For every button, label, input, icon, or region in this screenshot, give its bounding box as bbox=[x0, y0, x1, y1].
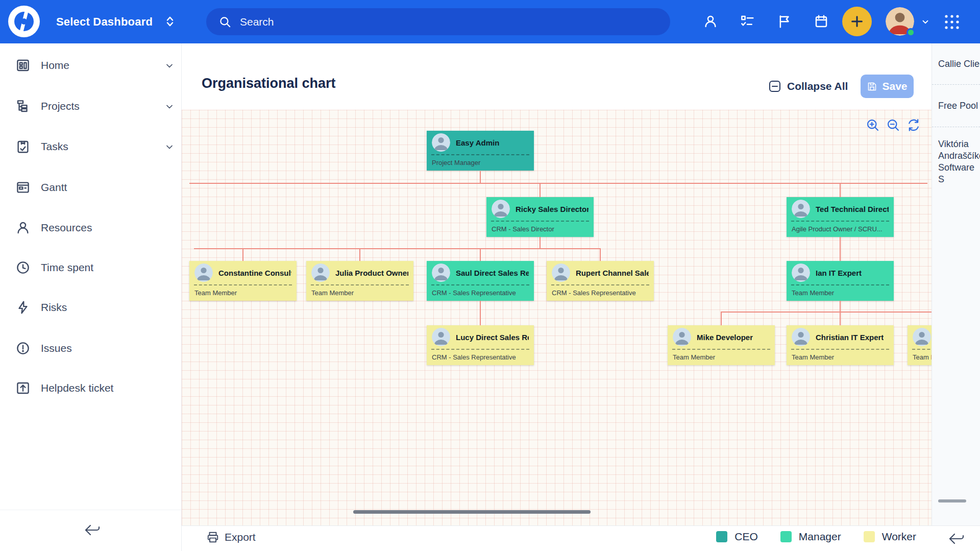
connector-line bbox=[840, 184, 841, 197]
sidebar-item-label: Time spent bbox=[41, 261, 93, 274]
apps-grid-icon[interactable] bbox=[943, 13, 961, 31]
sidebar-item-risks[interactable]: Risks bbox=[0, 296, 181, 319]
export-button[interactable]: Export bbox=[206, 531, 256, 544]
sidebar-item-time-spent[interactable]: Time spent bbox=[0, 256, 181, 279]
collapse-sidebar-icon[interactable] bbox=[82, 522, 102, 538]
horizontal-scrollbar[interactable] bbox=[353, 510, 591, 514]
legend-entry: Worker bbox=[864, 531, 916, 543]
member-name: Rupert Channel Sale... bbox=[576, 269, 649, 277]
sidebar-item-gantt[interactable]: Gantt bbox=[0, 176, 181, 199]
sidebar-item-label: Helpdesk ticket bbox=[41, 382, 113, 394]
user-avatar[interactable] bbox=[886, 7, 914, 36]
member-name: Ricky Sales Director bbox=[516, 205, 589, 213]
connector-line bbox=[189, 183, 927, 184]
org-node[interactable]: Ricky Sales DirectorCRM - Sales Director bbox=[486, 197, 594, 237]
org-node[interactable]: Mike DeveloperTeam Member bbox=[668, 325, 775, 365]
calendar-icon[interactable] bbox=[814, 14, 829, 29]
connector-line bbox=[480, 171, 481, 183]
risks-icon bbox=[15, 300, 31, 315]
connector-line bbox=[540, 237, 541, 249]
minus-square-icon bbox=[768, 80, 781, 93]
member-role: Team Member bbox=[189, 285, 297, 297]
connector-line bbox=[840, 313, 841, 325]
app-logo-icon[interactable] bbox=[8, 5, 40, 38]
zoom-out-icon[interactable] bbox=[886, 118, 900, 132]
connector-line bbox=[540, 184, 541, 197]
org-node[interactable]: Ian IT ExpertTeam Member bbox=[787, 261, 894, 301]
member-name: Ted Technical Director bbox=[816, 205, 889, 213]
legend-swatch bbox=[864, 531, 875, 542]
org-node[interactable]: Ted Technical DirectorAgile Product Owne… bbox=[787, 197, 894, 237]
panel-scrollbar[interactable] bbox=[938, 499, 966, 502]
connector-line bbox=[242, 249, 243, 261]
member-role: CRM - Sales Representative bbox=[547, 285, 654, 297]
legend: CEOManagerWorker bbox=[716, 531, 916, 543]
search-input[interactable] bbox=[239, 15, 598, 29]
org-node[interactable]: Easy AdminProject Manager bbox=[427, 131, 534, 171]
time-spent-icon bbox=[15, 260, 31, 275]
member-role: CRM - Sales Representative bbox=[427, 350, 534, 361]
member-name: Saul Direct Sales Rep bbox=[456, 269, 529, 277]
refresh-icon[interactable] bbox=[906, 118, 921, 132]
org-node[interactable]: Julia Product OwnerTeam Member bbox=[306, 261, 413, 301]
unfold-more-icon[interactable] bbox=[162, 14, 178, 29]
member-avatar bbox=[913, 328, 931, 346]
member-role: Agile Product Owner / SCRU... bbox=[787, 222, 894, 233]
dashboard-selector[interactable]: Select Dashboard bbox=[56, 0, 153, 43]
member-name: Easy Admin bbox=[456, 138, 499, 147]
sidebar-item-tasks[interactable]: Tasks bbox=[0, 135, 181, 158]
chevron-down-icon[interactable] bbox=[164, 61, 175, 71]
collapse-all-button[interactable]: Collapse All bbox=[768, 78, 848, 95]
org-node[interactable]: Constantine Consult...Team Member bbox=[189, 261, 297, 301]
member-avatar bbox=[792, 263, 810, 282]
sidebar-item-label: Issues bbox=[41, 342, 72, 354]
connector-line bbox=[480, 301, 481, 325]
sidebar-item-helpdesk-ticket[interactable]: Helpdesk ticket bbox=[0, 377, 181, 399]
chevron-down-icon[interactable] bbox=[164, 142, 175, 152]
connector-line bbox=[480, 249, 481, 261]
sidebar-item-home[interactable]: Home bbox=[0, 54, 181, 77]
connector-line bbox=[600, 249, 601, 261]
chevron-down-icon[interactable] bbox=[921, 17, 930, 27]
chevron-down-icon[interactable] bbox=[164, 102, 175, 112]
member-role: Team Member bbox=[306, 285, 413, 297]
helpdesk-icon bbox=[15, 380, 31, 396]
chart-footer: Export CEOManagerWorker bbox=[182, 525, 932, 551]
sidebar-item-resources[interactable]: Resources bbox=[0, 217, 181, 239]
member-avatar bbox=[673, 328, 691, 346]
org-node[interactable]: Rupert Channel Sale...CRM - Sales Repres… bbox=[547, 261, 654, 301]
zoom-in-icon[interactable] bbox=[866, 118, 880, 132]
save-icon bbox=[867, 81, 877, 92]
pool-resource-item[interactable]: Viktória Andraščíková Software S bbox=[932, 127, 980, 241]
sidebar-item-projects[interactable]: Projects bbox=[0, 95, 181, 117]
org-node[interactable]: Saul Direct Sales RepCRM - Sales Represe… bbox=[427, 261, 534, 301]
sidebar-item-label: Resources bbox=[41, 222, 92, 234]
pool-resource-item[interactable]: Callie Client bbox=[932, 43, 980, 85]
org-node[interactable]: Lucy Direct Sales RepCRM - Sales Represe… bbox=[427, 325, 534, 365]
checklist-icon[interactable] bbox=[740, 14, 755, 29]
save-button[interactable]: Save bbox=[861, 75, 914, 98]
legend-swatch bbox=[716, 531, 727, 542]
plus-icon bbox=[850, 14, 864, 29]
pool-resource-item[interactable]: Free Pool bbox=[932, 85, 980, 127]
org-canvas[interactable]: Easy AdminProject ManagerRicky Sales Dir… bbox=[182, 110, 932, 525]
legend-entry: CEO bbox=[716, 531, 758, 543]
resource-panel: Callie ClientFree PoolViktória Andraščík… bbox=[932, 43, 980, 525]
connector-line bbox=[840, 237, 841, 261]
export-label: Export bbox=[225, 531, 256, 543]
member-role: Team Member bbox=[908, 350, 932, 361]
collapse-panel-icon[interactable] bbox=[946, 531, 966, 546]
org-node[interactable]: Team Member bbox=[908, 325, 932, 365]
sidebar-footer bbox=[0, 510, 182, 551]
flag-icon[interactable] bbox=[777, 14, 792, 29]
org-node[interactable]: Christian IT ExpertTeam Member bbox=[787, 325, 894, 365]
home-icon bbox=[15, 58, 31, 73]
search-bar[interactable] bbox=[206, 8, 670, 35]
user-icon[interactable] bbox=[703, 14, 718, 29]
sidebar-item-label: Risks bbox=[41, 301, 67, 314]
add-button[interactable] bbox=[842, 7, 872, 36]
printer-icon bbox=[206, 531, 219, 544]
resources-icon bbox=[15, 220, 31, 235]
sidebar-item-issues[interactable]: Issues bbox=[0, 337, 181, 360]
connector-line bbox=[194, 248, 601, 249]
